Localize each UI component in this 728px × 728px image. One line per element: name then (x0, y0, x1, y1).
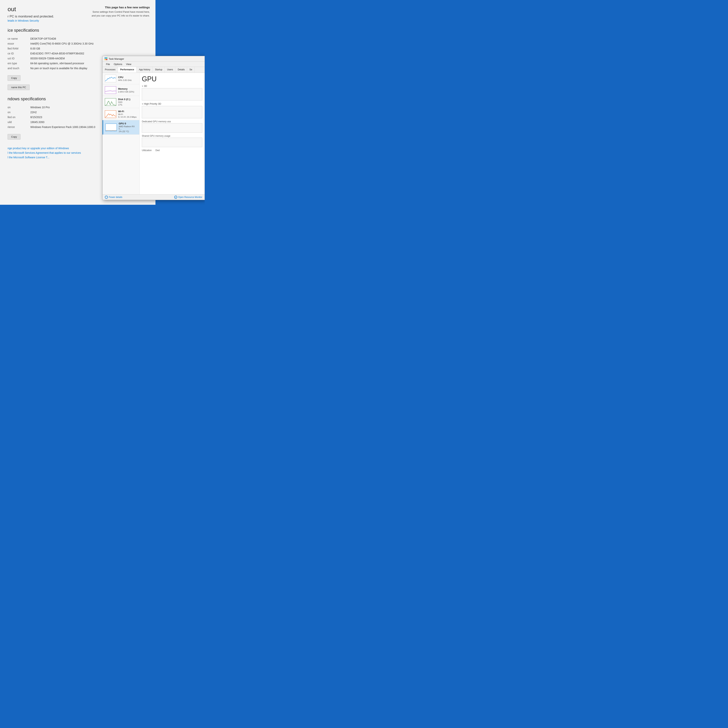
copy-windows-button[interactable]: Copy (8, 134, 20, 139)
sidebar-item-memory[interactable]: Memory 2.6/8.0 GB (32%) (102, 84, 139, 96)
spec-label-processor: essor (8, 41, 30, 46)
spec-value-device-id: E4E423DC-7FF7-4D4A-B530-9786FF364302 (30, 51, 148, 56)
task-manager-menubar: File Options View (102, 62, 205, 67)
cpu-mini-graph (105, 75, 116, 82)
disk-info: Disk 0 (C:) SSD 17% (118, 98, 137, 106)
wifi-type: Wi-Fi (118, 113, 137, 115)
spec-row-ram: lled RAM 8.00 GB (8, 46, 148, 51)
task-manager-footer: ⌃ Fewer details ◎ Open Resource Monitor (102, 194, 205, 200)
cpu-name: CPU (118, 76, 137, 79)
gpu-section-high-priority: ∨ High Priority 3D (142, 102, 202, 105)
disk-percent: 17% (118, 104, 137, 106)
spec-value-device-name: DESKTOP-OFTO4D8 (30, 36, 148, 41)
new-settings-title: This page has a few new settings (91, 6, 150, 9)
fewer-details-button[interactable]: ⌃ Fewer details (105, 196, 122, 199)
gpu-info: GPU 0 AMD Radeon RX 5... 1% (32 °C) (119, 122, 137, 133)
spec-label-edition: on (8, 105, 30, 110)
task-manager-title: Task Manager (109, 57, 124, 60)
shared-gpu-memory-label: Shared GPU memory usage (142, 135, 202, 137)
spec-row-device-id: ce ID E4E423DC-7FF7-4D4A-B530-9786FF3643… (8, 51, 148, 56)
new-settings-notification: This page has a few new settings Some se… (91, 6, 150, 17)
tab-startup[interactable]: Startup (153, 67, 165, 73)
spec-value-ram: 8.00 GB (30, 46, 148, 51)
sidebar-item-gpu[interactable]: GPU 0 AMD Radeon RX 5... 1% (32 °C) (102, 120, 139, 135)
sidebar-item-disk[interactable]: Disk 0 (C:) SSD 17% (102, 96, 139, 108)
spec-value-processor: Intel(R) Core(TM) i5-6600 CPU @ 3.30GHz … (30, 41, 148, 46)
device-specs-heading: ice specifications (8, 28, 148, 33)
utilization-label: Utilization (142, 149, 152, 152)
gpu-util: 1% (32 °C) (119, 130, 137, 133)
resource-monitor-icon: ◎ (174, 196, 177, 199)
svg-rect-2 (105, 59, 106, 60)
disk-name: Disk 0 (C:) (118, 98, 137, 101)
dedicated-gpu-memory-graph (142, 123, 202, 133)
tab-details[interactable]: Details (175, 67, 187, 73)
tab-app-history[interactable]: App history (136, 67, 153, 73)
menu-view[interactable]: View (124, 62, 133, 66)
memory-detail: 2.6/8.0 GB (32%) (118, 90, 137, 93)
memory-info: Memory 2.6/8.0 GB (32%) (118, 87, 137, 93)
gpu-panel-title: GPU (142, 75, 202, 83)
cpu-info: CPU 44% 3.65 GHz (118, 76, 137, 81)
task-manager-icon (104, 57, 107, 60)
spec-label-version: on (8, 110, 30, 115)
open-resource-monitor-button[interactable]: ◎ Open Resource Monitor (174, 196, 202, 199)
disk-detail: SSD (118, 101, 137, 103)
menu-options[interactable]: Options (112, 62, 124, 66)
gpu-name: GPU 0 (119, 122, 137, 125)
gpu-high-priority-graph (142, 106, 202, 118)
spec-label-installed: lled on (8, 115, 30, 119)
svg-rect-3 (106, 59, 107, 60)
new-settings-desc: Some settings from Control Panel have mo… (91, 10, 150, 17)
chevron-down-icon: ∨ (142, 85, 143, 87)
performance-sidebar: CPU 44% 3.65 GHz Memory 2.6/8.0 GB (32%) (102, 73, 139, 194)
spec-label-experience: rience (8, 125, 30, 130)
chevron-down-icon-2: ∨ (142, 103, 143, 105)
wifi-mini-graph (105, 110, 116, 118)
svg-rect-1 (106, 57, 107, 58)
sidebar-item-wifi[interactable]: Wi-Fi Wi-Fi S: 0.5 R: 29.3 Mbps (102, 108, 139, 120)
spec-label-build: uild (8, 119, 30, 125)
disk-mini-graph (105, 98, 116, 106)
gpu-section-3d: ∨ 3D (142, 84, 202, 87)
security-link[interactable]: letails in Windows Security (8, 19, 148, 22)
dedicated-gpu-memory-label: Dedicated GPU memory usa (142, 120, 202, 123)
gpu-3d-graph (142, 88, 202, 101)
gpu-detail-panel: GPU ∨ 3D ∨ High Priority 3D Dedicated GP… (139, 73, 205, 194)
wifi-speed: S: 0.5 R: 29.3 Mbps (118, 116, 137, 118)
tab-users[interactable]: Users (165, 67, 175, 73)
sidebar-item-cpu[interactable]: CPU 44% 3.65 GHz (102, 73, 139, 84)
shared-gpu-memory-graph (142, 138, 202, 147)
task-manager-window: Task Manager File Options View Processes… (102, 56, 205, 200)
memory-mini-graph (105, 86, 116, 94)
gpu-mini-graph (106, 124, 117, 131)
wifi-info: Wi-Fi Wi-Fi S: 0.5 R: 29.3 Mbps (118, 110, 137, 118)
task-manager-tabs: Processes Performance App history Startu… (102, 67, 205, 73)
spec-label-system-type: em type (8, 61, 30, 66)
rename-pc-button[interactable]: name this PC (8, 84, 29, 90)
task-manager-titlebar: Task Manager (102, 56, 205, 62)
tab-performance[interactable]: Performance (118, 67, 136, 73)
menu-file[interactable]: File (104, 62, 112, 66)
tab-processes[interactable]: Processes (102, 67, 118, 73)
spec-label-pen-touch: and touch (8, 66, 30, 71)
svg-rect-0 (105, 57, 106, 58)
wifi-name: Wi-Fi (118, 110, 137, 113)
spec-label-ram: lled RAM (8, 46, 30, 51)
task-manager-body: CPU 44% 3.65 GHz Memory 2.6/8.0 GB (32%) (102, 73, 205, 194)
tab-services[interactable]: Se (187, 67, 195, 73)
cpu-detail: 44% 3.65 GHz (118, 79, 137, 81)
spec-label-device-name: ce name (8, 36, 30, 41)
spec-label-device-id: ce ID (8, 51, 30, 56)
fewer-details-icon: ⌃ (105, 196, 108, 199)
spec-label-product-id: uct ID (8, 56, 30, 61)
ded-label: Ded (156, 149, 160, 152)
gpu-model: AMD Radeon RX 5... (119, 125, 137, 130)
spec-row-device-name: ce name DESKTOP-OFTO4D8 (8, 36, 148, 41)
copy-device-button[interactable]: Copy (8, 75, 20, 81)
spec-row-processor: essor Intel(R) Core(TM) i5-6600 CPU @ 3.… (8, 41, 148, 46)
memory-name: Memory (118, 87, 137, 90)
